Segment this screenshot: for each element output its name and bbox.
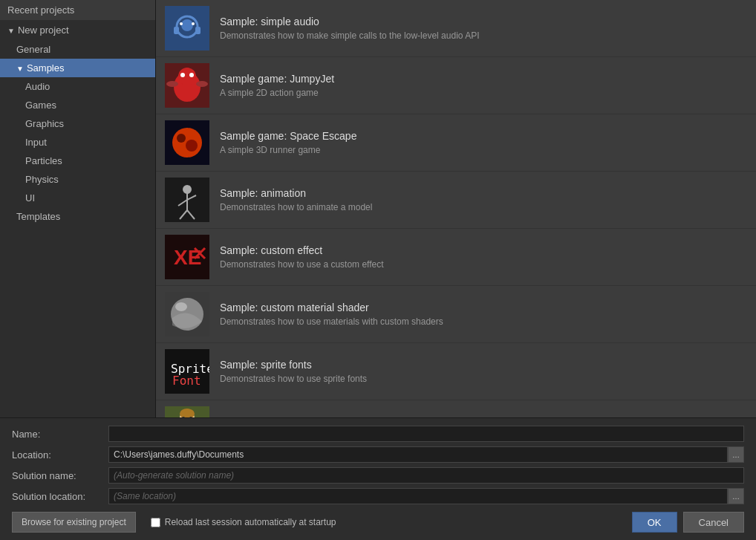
sidebar-item-audio[interactable]: Audio: [0, 77, 155, 96]
project-info-jumpyjet: Sample game: JumpyJetA simple 2D action …: [220, 73, 747, 98]
project-thumbnail-animation: [165, 178, 209, 222]
location-row: Location: …: [12, 446, 744, 463]
svg-point-31: [175, 302, 187, 311]
location-input-group: …: [108, 446, 744, 463]
project-info-space-escape: Sample game: Space EscapeA simple 3D run…: [220, 130, 747, 155]
svg-point-9: [178, 68, 196, 85]
project-title: Sample: custom material shader: [220, 302, 747, 313]
location-browse-btn[interactable]: …: [728, 446, 744, 463]
location-label: Location:: [12, 449, 108, 461]
project-title: Sample game: JumpyJet: [220, 73, 747, 85]
solution-name-row: Solution name:: [12, 467, 744, 484]
project-description: Demonstrates how to use sprite fonts: [220, 374, 747, 384]
project-info-sprite-fonts: Sample: sprite fontsDemonstrates how to …: [220, 359, 747, 384]
sidebar-item-particles[interactable]: Particles: [0, 152, 155, 170]
sidebar-item-label: Games: [25, 100, 56, 111]
project-item-animation[interactable]: Sample: animationDemonstrates how to ani…: [156, 172, 756, 229]
svg-rect-3: [195, 27, 201, 34]
sidebar-item-general[interactable]: General: [0, 40, 155, 59]
project-info-animation: Sample: animationDemonstrates how to ani…: [220, 187, 747, 212]
sidebar-item-graphics[interactable]: Graphics: [0, 114, 155, 133]
solution-location-input[interactable]: [108, 488, 728, 504]
sidebar: Recent projects▼New projectGeneral▼Sampl…: [0, 0, 156, 417]
project-thumbnail-sprite-fonts: SpriteFont: [165, 349, 209, 394]
project-info-custom-effect: Sample: custom effectDemonstrates how to…: [220, 244, 747, 270]
project-title: Sample game: Space Escape: [220, 130, 747, 142]
sidebar-item-samples[interactable]: ▼Samples: [0, 59, 155, 77]
sidebar-item-templates[interactable]: Templates: [0, 207, 155, 226]
ok-button[interactable]: OK: [632, 512, 677, 533]
sidebar-item-label: Samples: [27, 62, 65, 74]
sidebar-item-new-project[interactable]: ▼New project: [0, 20, 155, 40]
project-list[interactable]: Sample: simple audioDemonstrates how to …: [156, 0, 756, 417]
sidebar-item-label: Physics: [25, 174, 59, 185]
sidebar-item-recent-projects[interactable]: Recent projects: [0, 0, 155, 20]
reload-label: Reload last session automatically at sta…: [165, 517, 336, 527]
project-title: Sample: sprite fonts: [220, 359, 747, 371]
project-item-custom-material[interactable]: Sample: custom material shaderDemonstrat…: [156, 286, 756, 343]
project-thumbnail-jumpyjet: [165, 63, 209, 108]
project-thumbnail-simple-audio: [165, 6, 209, 51]
project-description: A simple 3D runner game: [220, 145, 747, 155]
sidebar-item-label: Audio: [25, 81, 50, 92]
solution-location-browse-btn[interactable]: …: [728, 488, 744, 504]
solution-name-label: Solution name:: [12, 470, 108, 481]
sidebar-item-label: UI: [25, 192, 35, 204]
project-description: Demonstrates how to use a custom effect: [220, 259, 747, 270]
sidebar-item-input[interactable]: Input: [0, 133, 155, 152]
solution-location-label: Solution location:: [12, 491, 108, 502]
name-row: Name:: [12, 426, 744, 442]
solution-location-row: Solution location: …: [12, 488, 744, 504]
svg-point-5: [180, 22, 183, 25]
sidebar-item-label: New project: [18, 25, 69, 36]
svg-point-4: [181, 19, 193, 31]
svg-point-16: [177, 134, 186, 143]
project-item-simple-audio[interactable]: Sample: simple audioDemonstrates how to …: [156, 0, 756, 57]
sidebar-item-label: Input: [25, 137, 47, 148]
sidebar-item-label: Particles: [25, 155, 62, 166]
project-description: Demonstrates how to animate a model: [220, 202, 747, 212]
solution-name-input[interactable]: [108, 467, 744, 484]
project-description: Demonstrates how to make simple calls to…: [220, 30, 747, 41]
svg-point-13: [196, 81, 208, 87]
sidebar-item-games[interactable]: Games: [0, 96, 155, 114]
svg-point-17: [186, 140, 198, 152]
project-item-custom-effect[interactable]: XESample: custom effectDemonstrates how …: [156, 229, 756, 286]
main-area: Recent projects▼New projectGeneral▼Sampl…: [0, 0, 756, 417]
content-area: Sample: simple audioDemonstrates how to …: [156, 0, 756, 417]
sidebar-item-physics[interactable]: Physics: [0, 170, 155, 189]
location-input[interactable]: [108, 446, 728, 463]
project-info-custom-material: Sample: custom material shaderDemonstrat…: [220, 302, 747, 327]
svg-point-11: [189, 73, 194, 77]
reload-checkbox[interactable]: [151, 518, 160, 527]
project-description: A simple 2D action game: [220, 88, 747, 98]
project-title: Sample: custom effect: [220, 244, 747, 256]
project-item-sprite-fonts[interactable]: SpriteFontSample: sprite fontsDemonstrat…: [156, 343, 756, 400]
project-title: Sample: simple audio: [220, 16, 747, 27]
project-item-jumpyjet[interactable]: Sample game: JumpyJetA simple 2D action …: [156, 57, 756, 114]
bottom-panel: Name: Location: … Solution name: Solutio…: [0, 417, 756, 540]
name-input[interactable]: [108, 426, 744, 442]
svg-point-12: [166, 81, 178, 87]
project-item-sprite-studio[interactable]: Sample: SpriteStudioDemonstrates how to …: [156, 400, 756, 417]
sidebar-item-label: Graphics: [25, 118, 64, 129]
sidebar-item-ui[interactable]: UI: [0, 189, 155, 207]
project-thumbnail-custom-effect: XE: [165, 235, 209, 279]
sidebar-item-label: Recent projects: [7, 4, 74, 16]
reload-checkbox-row: Reload last session automatically at sta…: [151, 517, 632, 527]
arrow-icon: ▼: [7, 27, 15, 35]
svg-rect-2: [174, 27, 179, 34]
browse-existing-button[interactable]: Browse for existing project: [12, 512, 136, 533]
project-item-space-escape[interactable]: Sample game: Space EscapeA simple 3D run…: [156, 114, 756, 172]
arrow-icon: ▼: [16, 65, 24, 73]
svg-point-6: [192, 22, 195, 25]
project-thumbnail-space-escape: [165, 120, 209, 165]
bottom-actions: Browse for existing project Reload last …: [12, 512, 744, 533]
cancel-button[interactable]: Cancel: [683, 512, 744, 533]
sidebar-item-label: Templates: [16, 211, 60, 222]
svg-point-20: [183, 185, 192, 194]
sidebar-item-label: General: [16, 44, 50, 55]
svg-text:Font: Font: [172, 374, 201, 388]
solution-location-input-group: …: [108, 488, 744, 504]
project-description: Demonstrates how to use materials with c…: [220, 316, 747, 327]
